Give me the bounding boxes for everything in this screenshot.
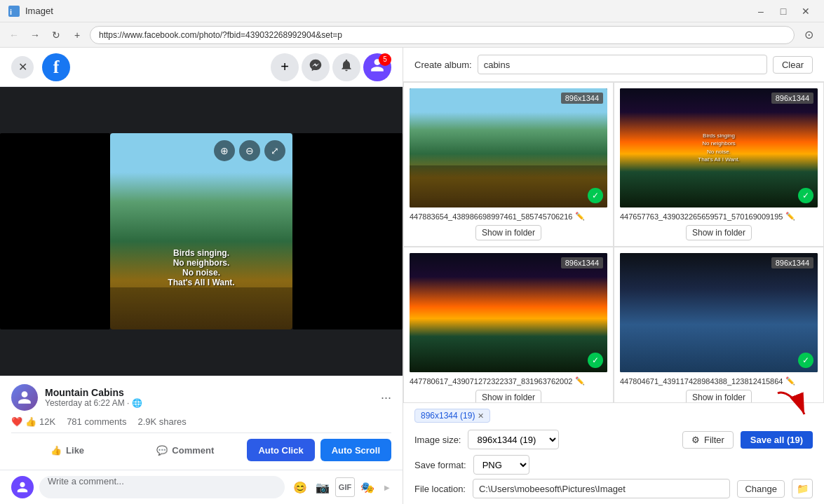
thumb-image-4 [620,253,818,372]
image-cell-1: 896x1344 ✓ 447883654_438986698997461_585… [403,82,614,247]
thumb-image-2: Birds singingNo neighborsNo noise.That's… [620,88,818,207]
profile-button[interactable]: 5 [363,53,391,81]
messenger-button[interactable] [302,53,330,81]
show-folder-button-1[interactable]: Show in folder [475,225,541,240]
album-input[interactable] [478,55,767,74]
file-path-input[interactable] [473,479,730,498]
check-1: ✓ [588,188,603,203]
image-cell-3: 896x1344 ✓ 447780617_439071272322337_831… [403,247,614,403]
clear-button[interactable]: Clear [773,56,813,74]
messenger-icon [309,58,323,76]
photo-viewer: Birds singing. No neighbors. No noise. T… [0,87,403,376]
image-thumb-4: 896x1344 ✓ [620,253,818,372]
tag-remove-icon[interactable]: ✕ [478,411,484,421]
photo-text-overlay: Birds singing. No neighbors. No noise. T… [168,248,234,287]
format-select[interactable]: PNG [473,455,529,475]
auto-click-button[interactable]: Auto Click [247,439,314,461]
emoji-button[interactable]: 😊 [290,477,310,497]
fb-header-icons: + 5 [271,53,391,81]
edit-icon-1[interactable]: ✏️ [575,212,585,221]
thumb-image-3 [410,253,607,372]
edit-icon-4[interactable]: ✏️ [785,376,795,386]
folder-button[interactable]: 📁 [792,479,813,498]
filename-text-1: 447883654_438986698997461_585745706216 [410,212,572,221]
fullscreen-button[interactable]: ⤢ [264,140,285,161]
comment-button[interactable]: 💬 Comment [129,439,241,461]
show-folder-button-2[interactable]: Show in folder [686,225,752,240]
add-icon: + [281,59,289,75]
app-title: Imaget [25,6,53,16]
zoom-in-button[interactable]: ⊕ [214,140,235,161]
like-button[interactable]: 👍 Like [11,439,123,461]
filter-button[interactable]: ⚙ Filter [682,431,734,449]
change-button[interactable]: Change [737,480,785,498]
save-format-label: Save format: [414,460,466,470]
zoom-out-button[interactable]: ⊖ [239,140,260,161]
back-button[interactable]: ← [6,27,22,43]
titlebar-left: i Imaget [8,6,53,17]
image-thumb-3: 896x1344 ✓ [410,253,607,372]
thumb-image-1 [410,88,607,207]
new-tab-button[interactable]: + [69,27,86,43]
size-badge-1: 896x1344 [561,93,603,104]
imaget-panel: Create album: Clear 896x1344 ✓ 447883654… [403,48,824,504]
image-cell-2: Birds singingNo neighborsNo noise.That's… [614,82,824,247]
sticker-button[interactable]: 🎭 [358,477,377,497]
filename-4: 447804671_439117428984388_123812415864 ✏… [620,376,818,386]
image-grid: 896x1344 ✓ 447883654_438986698997461_585… [403,82,824,403]
size-badge-3: 896x1344 [561,257,603,268]
post-more-button[interactable]: ··· [381,390,391,405]
file-location-label: File location: [414,484,466,494]
maximize-button[interactable]: □ [774,4,793,18]
overlay-line-1: Birds singing. [168,248,234,258]
folder-icon: 📁 [797,483,809,494]
svg-text:i: i [10,8,12,16]
address-bar[interactable]: https://www.facebook.com/photo/?fbid=439… [90,26,795,44]
comment-input[interactable]: Write a comment... [39,476,285,498]
like-label: Like [66,445,84,456]
fb-close-button[interactable]: ✕ [11,56,34,79]
show-folder-button-4[interactable]: Show in folder [686,390,752,403]
album-label: Create album: [414,60,472,70]
image-size-select[interactable]: 896x1344 (19) [468,430,559,449]
filename-text-2: 447657763_439032265659571_570169009195 [620,212,783,221]
reaction-count: 12K [39,416,55,427]
size-tag-1[interactable]: 896x1344 (19) ✕ [414,409,490,423]
auto-scroll-button[interactable]: Auto Scroll [320,439,391,461]
profile-badge: 5 [379,53,391,66]
bookmark-button[interactable]: ⊙ [799,25,818,45]
edit-icon-2[interactable]: ✏️ [785,212,795,221]
globe-icon: 🌐 [132,398,142,408]
reaction-stats: ❤️ 👍 12K 781 comments 2.9K shares [11,416,391,427]
refresh-button[interactable]: ↻ [48,27,65,43]
post-actions: 👍 Like 💬 Comment Auto Click Auto Scroll [11,433,391,461]
comment-placeholder: Write a comment... [48,476,124,486]
filename-3: 447780617_439071272322337_831963762002 ✏… [410,376,607,386]
format-row: Save format: PNG [414,455,813,475]
forward-button[interactable]: → [27,27,43,43]
edit-icon-3[interactable]: ✏️ [575,376,585,386]
comments-count: 781 comments [67,416,126,427]
image-cell-4: 896x1344 ✓ 447804671_439117428984388_123… [614,247,824,403]
comment-avatar [11,476,34,498]
titlebar-controls: – □ ✕ [751,4,816,18]
notifications-button[interactable] [332,53,360,81]
add-button[interactable]: + [271,53,299,81]
overlay-line-2: No neighbors. [168,258,234,268]
thumb-overlay-2: Birds singingNo neighborsNo noise.That's… [684,132,754,164]
check-4: ✓ [798,353,813,368]
gif-button[interactable]: GIF [335,477,355,497]
show-folder-button-3[interactable]: Show in folder [475,390,541,403]
camera-button[interactable]: 📷 [313,477,332,497]
minimize-button[interactable]: – [751,4,771,18]
post-section: Mountain Cabins Yesterday at 6:22 AM · 🌐… [0,376,403,470]
facebook-panel: ✕ f + [0,48,403,504]
photo-side-left [0,133,110,329]
save-all-button[interactable]: Save all (19) [741,431,813,449]
bottom-controls: 896x1344 (19) ✕ Image size: 896x1344 (19… [403,403,824,504]
browser-chrome: ← → ↻ + https://www.facebook.com/photo/?… [0,22,824,48]
notification-icon [339,58,353,76]
close-button[interactable]: ✕ [796,4,816,18]
size-badge-2: 896x1344 [771,93,813,104]
filter-icon: ⚙ [691,435,700,445]
